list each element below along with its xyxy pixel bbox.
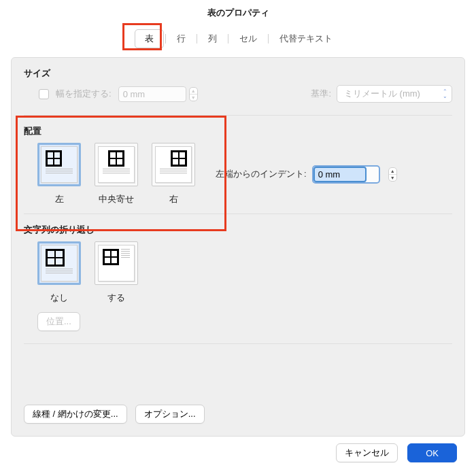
basis-dropdown[interactable]: ミリメートル (mm) ⌃⌄ xyxy=(337,85,452,103)
table-icon xyxy=(103,249,119,265)
wrap-none-label: なし xyxy=(50,292,68,304)
tab-divider xyxy=(228,34,228,44)
basis-value: ミリメートル (mm) xyxy=(344,88,420,100)
position-button[interactable]: 位置... xyxy=(37,312,80,331)
wrap-none-option[interactable] xyxy=(37,241,81,285)
highlight-box-tab xyxy=(122,23,162,50)
options-button[interactable]: オプション... xyxy=(135,405,205,424)
width-stepper[interactable]: ▲▼ xyxy=(189,87,198,101)
tab-divider xyxy=(197,34,197,44)
indent-label: 左端からのインデント: xyxy=(216,168,307,180)
dialog-panel: サイズ 幅を指定する: ▲▼ 基準: ミリメートル (mm) ⌃⌄ 配置 xyxy=(11,57,465,437)
window-title: 表のプロパティ xyxy=(0,0,476,27)
tab-column[interactable]: 列 xyxy=(199,30,226,48)
wrap-do-option[interactable] xyxy=(95,241,138,285)
divider xyxy=(24,343,452,344)
ok-button[interactable]: OK xyxy=(407,443,457,462)
specify-width-checkbox[interactable] xyxy=(39,89,49,99)
highlight-box-alignment xyxy=(16,116,226,231)
wrap-do-label: する xyxy=(107,292,125,304)
tab-row[interactable]: 行 xyxy=(167,30,195,48)
basis-label: 基準: xyxy=(311,88,331,100)
table-icon xyxy=(46,249,65,267)
tab-alt-text[interactable]: 代替テキスト xyxy=(270,30,342,48)
tab-cell[interactable]: セル xyxy=(230,30,267,48)
borders-shading-button[interactable]: 線種 / 網かけの変更... xyxy=(24,405,127,424)
width-input[interactable] xyxy=(118,86,186,102)
indent-input[interactable] xyxy=(313,167,367,182)
specify-width-label: 幅を指定する: xyxy=(56,88,112,100)
tab-divider xyxy=(268,34,269,44)
section-heading-size: サイズ xyxy=(24,67,452,80)
tab-divider xyxy=(165,34,166,44)
table-properties-window: 表のプロパティ 表 行 列 セル 代替テキスト サイズ 幅を指定する: ▲▼ 基… xyxy=(0,0,476,462)
tab-bar: 表 行 列 セル 代替テキスト xyxy=(0,27,476,50)
indent-stepper[interactable]: ▲▼ xyxy=(388,167,397,182)
chevron-updown-icon: ⌃⌄ xyxy=(443,89,447,99)
cancel-button[interactable]: キャンセル xyxy=(336,443,398,462)
